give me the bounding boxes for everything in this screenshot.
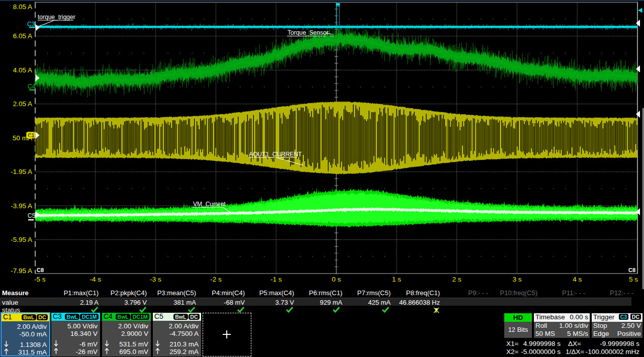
svg-text:5 s: 5 s [629,276,638,283]
svg-text:-7.95 A: -7.95 A [11,267,32,275]
svg-text:6.05 A: 6.05 A [13,32,32,40]
svg-text:2.05 A: 2.05 A [13,100,32,108]
svg-text:-4 s: -4 s [90,276,102,283]
svg-text:C8: C8 [628,267,635,273]
svg-text:C4: C4 [28,83,36,90]
svg-text:50 mA: 50 mA [13,134,32,142]
svg-text:1 s: 1 s [392,276,401,283]
svg-text:VM_Current: VM_Current [193,201,226,208]
svg-text:-2 s: -2 s [210,276,222,283]
svg-text:-5 s: -5 s [34,276,46,283]
svg-text:0 s: 0 s [332,276,341,283]
svg-text:-1 s: -1 s [270,276,282,283]
svg-text:C5: C5 [28,212,36,219]
svg-text:4 s: 4 s [573,276,582,283]
svg-text:AOUT1_CURRENT: AOUT1_CURRENT [249,151,302,158]
svg-text:-3.95 A: -3.95 A [11,202,32,210]
svg-text:Torque_Sensor _: Torque_Sensor _ [288,29,334,36]
svg-text:8.05 A: 8.05 A [13,3,32,11]
svg-text:2 s: 2 s [452,276,462,283]
svg-text:torque_trigger: torque_trigger [38,14,75,21]
svg-text:C8: C8 [37,267,44,273]
svg-text:3 s: 3 s [512,276,521,283]
svg-text:-3 s: -3 s [150,276,161,283]
svg-text:-1.95 A: -1.95 A [11,168,32,175]
svg-text:C3: C3 [27,21,35,28]
svg-text:4.05 A: 4.05 A [13,66,32,74]
svg-text:-5.95 A: -5.95 A [11,236,32,243]
